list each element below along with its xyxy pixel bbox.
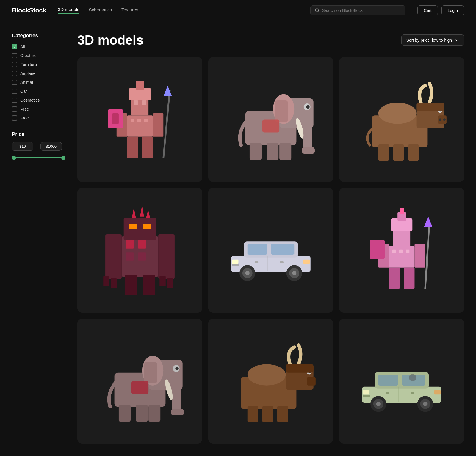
card-bg-2 [208,57,333,182]
model-card-2[interactable] [208,57,333,182]
svg-rect-26 [302,147,315,153]
category-car[interactable]: Car [12,89,65,94]
model-warrior-svg [93,73,187,166]
nav-item-schematics[interactable]: Schematics [89,7,112,13]
category-cosmetics[interactable]: Cosmetics [12,98,65,103]
svg-rect-54 [103,276,109,286]
svg-rect-56 [159,276,166,286]
model-car-white-svg [224,204,318,297]
category-furniture[interactable]: Furniture [12,62,65,67]
svg-rect-130 [385,392,389,394]
main-nav: 3D models Schematics Textures [58,7,138,14]
checkbox-misc[interactable] [12,106,17,112]
svg-point-123 [376,402,381,406]
checkbox-furniture[interactable] [12,62,17,67]
nav-item-3dmodels[interactable]: 3D models [58,7,79,14]
svg-line-1 [318,11,319,12]
category-airplane[interactable]: Airplane [12,71,65,76]
range-fill [12,157,65,158]
model-card-5[interactable] [208,188,333,313]
svg-rect-16 [131,119,134,122]
card-bg-9 [339,319,464,444]
svg-rect-128 [434,390,441,394]
svg-rect-116 [286,364,313,373]
checkbox-creature[interactable] [12,53,17,58]
svg-rect-7 [153,113,163,137]
category-misc[interactable]: Misc [12,106,65,112]
svg-rect-88 [370,240,385,259]
svg-rect-50 [129,224,137,229]
search-bar[interactable] [310,5,405,15]
model-bison-svg [355,73,449,166]
svg-rect-59 [143,275,155,295]
category-free-label: Free [20,116,29,120]
categories-title: Categories [12,33,65,39]
svg-rect-18 [144,119,147,122]
checkbox-all[interactable] [12,44,17,49]
model-card-1[interactable] [77,57,202,182]
svg-point-22 [306,105,309,108]
checkbox-free[interactable] [12,115,17,121]
svg-marker-60 [132,207,136,218]
nav-item-textures[interactable]: Textures [121,7,138,13]
checkbox-car[interactable] [12,89,17,94]
card-bg-5 [208,188,333,313]
search-icon [315,8,320,13]
svg-rect-76 [254,261,258,263]
range-thumb-max[interactable] [61,156,65,160]
price-min-input[interactable] [12,142,33,151]
svg-rect-29 [267,143,278,160]
svg-rect-132 [363,395,370,397]
model-card-8[interactable] [208,319,333,444]
category-all[interactable]: All [12,44,65,49]
category-all-label: All [20,44,25,49]
price-range-slider[interactable] [12,155,65,161]
svg-rect-58 [125,275,137,295]
svg-rect-65 [247,244,267,254]
login-button[interactable]: Login [441,5,464,15]
card-bg-1 [77,57,202,182]
price-section: Price – [12,131,65,161]
svg-point-0 [315,9,319,12]
main-layout: Categories All Creature Furniture Airpla… [0,21,476,456]
svg-rect-101 [171,409,184,415]
model-card-3[interactable] [339,57,464,182]
category-creature[interactable]: Creature [12,53,65,58]
svg-rect-49 [123,218,156,240]
svg-rect-13 [112,113,118,124]
checkbox-airplane[interactable] [12,71,17,76]
card-bg-7 [77,319,202,444]
checkbox-cosmetics[interactable] [12,98,17,103]
svg-marker-90 [424,216,432,227]
checkbox-animal[interactable] [12,80,17,85]
svg-rect-78 [232,264,239,266]
svg-point-69 [245,271,250,275]
category-free[interactable]: Free [12,115,65,121]
category-creature-label: Creature [20,53,36,58]
price-inputs: – [12,142,65,151]
range-thumb-min[interactable] [12,156,16,160]
svg-rect-111 [307,377,316,386]
search-input[interactable] [322,8,401,13]
category-animal[interactable]: Animal [12,80,65,85]
svg-rect-77 [280,261,283,263]
category-misc-label: Misc [20,107,29,111]
sort-dropdown[interactable]: Sort by price: low to high [401,34,464,46]
svg-rect-74 [303,259,310,264]
cart-button[interactable]: Cart [417,5,438,15]
svg-marker-62 [146,210,150,218]
price-max-input[interactable] [40,142,62,151]
model-card-6[interactable] [339,188,464,313]
svg-marker-61 [140,205,144,216]
svg-rect-31 [262,119,279,132]
svg-rect-92 [399,249,402,253]
card-bg-3 [339,57,464,182]
model-car-green-svg [355,334,449,428]
model-card-7[interactable] [77,319,202,444]
category-list: All Creature Furniture Airplane Animal C… [12,44,65,121]
model-grid [77,57,464,444]
svg-rect-106 [131,381,148,394]
model-card-4[interactable] [77,188,202,313]
svg-rect-24 [275,100,288,122]
model-card-9[interactable] [339,319,464,444]
